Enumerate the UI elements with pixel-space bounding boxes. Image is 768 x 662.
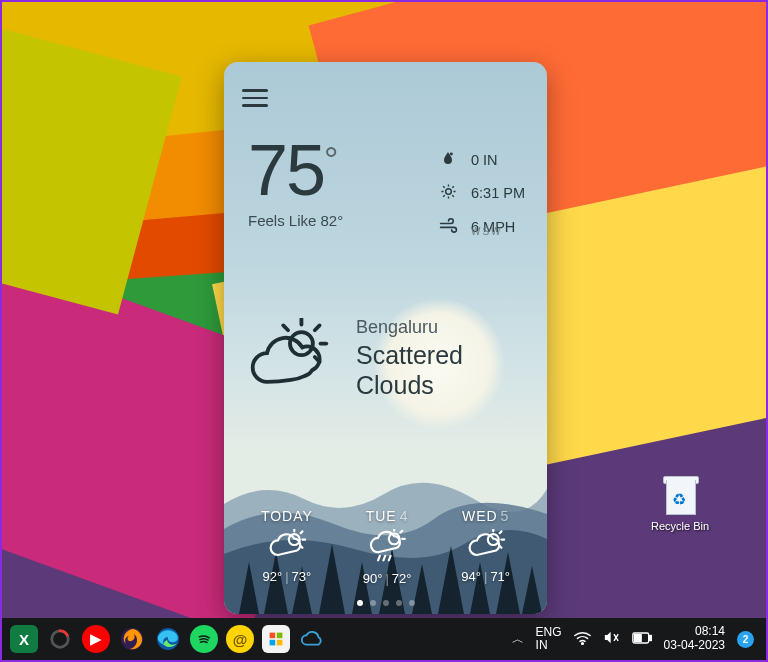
svg-line-13 xyxy=(315,325,320,330)
cloud-app-icon[interactable] xyxy=(298,625,326,653)
menu-button[interactable] xyxy=(242,84,268,112)
wind-direction: WSW xyxy=(471,226,525,237)
app-loader-icon[interactable] xyxy=(46,625,74,653)
weather-widget[interactable]: 75° Feels Like 82° 0 IN 6:31 PM 6 MPH WS… xyxy=(224,62,547,614)
firefox-icon[interactable] xyxy=(118,625,146,653)
recycle-bin-label: Recycle Bin xyxy=(644,520,716,532)
language-indicator[interactable]: ENGIN xyxy=(536,626,562,652)
system-tray: ︿ ENGIN 08:1403-04-2023 2 xyxy=(512,625,766,653)
page-dot[interactable] xyxy=(357,600,363,606)
sunset-icon xyxy=(438,183,458,203)
youtube-icon[interactable]: ▶ xyxy=(82,625,110,653)
svg-line-8 xyxy=(443,195,444,196)
page-dot[interactable] xyxy=(383,600,389,606)
spotify-icon[interactable] xyxy=(190,625,218,653)
notification-badge[interactable]: 2 xyxy=(737,631,754,648)
page-dot[interactable] xyxy=(409,600,415,606)
degree-symbol: ° xyxy=(324,140,338,181)
forecast-day[interactable]: TODAY92°|73° xyxy=(261,508,313,586)
forecast-icon xyxy=(261,529,313,565)
excel-icon[interactable]: X xyxy=(10,625,38,653)
forecast-day[interactable]: TUE490°|72° xyxy=(363,508,412,586)
forecast-temps: 90°|72° xyxy=(363,571,412,586)
forecast-day-name: WED5 xyxy=(461,508,510,524)
current-temperature: 75 xyxy=(248,130,324,210)
svg-line-6 xyxy=(443,186,444,187)
svg-line-19 xyxy=(301,531,303,533)
svg-line-27 xyxy=(389,556,391,560)
svg-rect-37 xyxy=(277,633,283,639)
clock[interactable]: 08:1403-04-2023 xyxy=(664,625,725,653)
forecast-temps: 94°|71° xyxy=(461,569,510,584)
volume-icon[interactable] xyxy=(603,630,620,648)
forecast-day[interactable]: WED594°|71° xyxy=(461,508,510,586)
svg-rect-45 xyxy=(634,634,641,641)
svg-line-31 xyxy=(499,531,501,533)
sunset-value: 6:31 PM xyxy=(471,185,525,201)
app-yellow-icon[interactable]: @ xyxy=(226,625,254,653)
condition-block: Bengaluru ScatteredClouds xyxy=(246,317,463,400)
recycle-bin-desktop-icon[interactable]: ♻ Recycle Bin xyxy=(644,472,716,532)
forecast-day-name: TODAY xyxy=(261,508,313,524)
precipitation-icon xyxy=(438,150,458,169)
condition-icon xyxy=(246,318,332,400)
svg-point-1 xyxy=(445,189,451,195)
svg-rect-44 xyxy=(649,635,651,640)
microsoft-store-icon[interactable] xyxy=(262,625,290,653)
tray-overflow-button[interactable]: ︿ xyxy=(512,631,524,648)
page-dot[interactable] xyxy=(396,600,402,606)
page-dots[interactable] xyxy=(224,600,547,606)
forecast-temps: 92°|73° xyxy=(261,569,313,584)
taskbar[interactable]: X ▶ @ ︿ ENGIN xyxy=(2,618,766,660)
svg-point-40 xyxy=(581,642,583,644)
recycle-bin-icon: ♻ xyxy=(660,472,700,516)
svg-line-25 xyxy=(378,556,380,560)
page-dot[interactable] xyxy=(370,600,376,606)
condition-description: ScatteredClouds xyxy=(356,340,463,400)
svg-rect-39 xyxy=(277,640,283,646)
svg-rect-38 xyxy=(270,640,276,646)
weather-stats: 0 IN 6:31 PM 6 MPH WSW xyxy=(438,150,525,237)
location-name: Bengaluru xyxy=(356,317,463,338)
feels-like: Feels Like 82° xyxy=(248,212,343,229)
taskbar-apps: X ▶ @ xyxy=(2,625,326,653)
svg-line-15 xyxy=(283,325,288,330)
current-weather: 75° Feels Like 82° xyxy=(248,134,343,229)
svg-point-0 xyxy=(450,153,453,156)
forecast-icon xyxy=(461,529,510,565)
edge-icon[interactable] xyxy=(154,625,182,653)
precipitation-value: 0 IN xyxy=(471,152,498,168)
wifi-icon[interactable] xyxy=(574,631,591,648)
forecast-day-name: TUE4 xyxy=(363,508,412,524)
svg-rect-36 xyxy=(270,633,276,639)
svg-line-9 xyxy=(452,186,453,187)
battery-icon[interactable] xyxy=(632,632,652,647)
svg-line-7 xyxy=(452,195,453,196)
forecast-row[interactable]: TODAY92°|73°TUE490°|72°WED594°|71° xyxy=(224,508,547,586)
svg-line-26 xyxy=(383,556,385,560)
svg-line-24 xyxy=(400,531,402,533)
forecast-icon xyxy=(363,529,412,567)
wind-icon xyxy=(438,217,458,236)
